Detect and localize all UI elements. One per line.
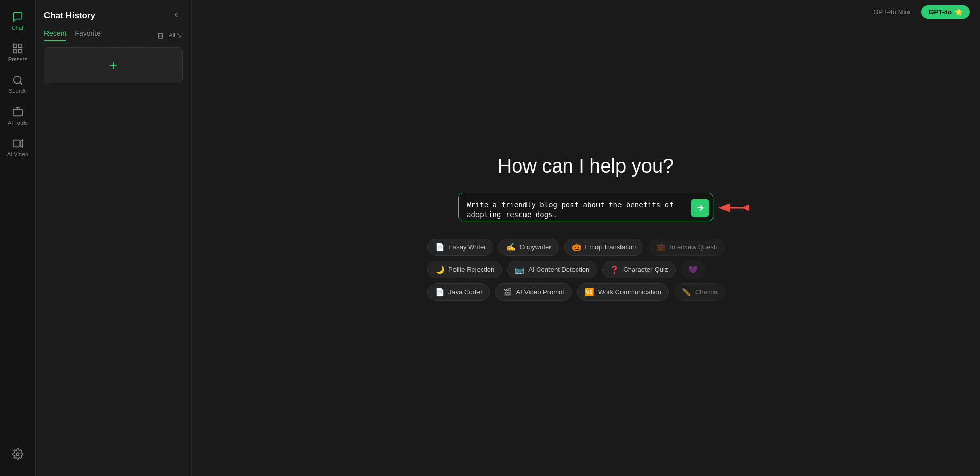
- essay-writer-icon: 📄: [435, 243, 445, 252]
- svg-rect-6: [13, 109, 22, 116]
- tab-recent[interactable]: Recent: [44, 29, 66, 41]
- svg-point-4: [13, 76, 21, 84]
- svg-marker-10: [177, 33, 182, 38]
- model-active-button[interactable]: GPT-4o ⭐: [921, 5, 970, 19]
- sidebar-title: Chat History: [44, 11, 95, 21]
- send-button[interactable]: [691, 199, 709, 217]
- sidebar: Chat History Recent Favorite All: [36, 0, 192, 476]
- nav-ai-video[interactable]: AI Video: [0, 132, 36, 163]
- character-quiz-icon: ❓: [610, 265, 619, 274]
- chip-extra-2[interactable]: 💜: [681, 261, 706, 278]
- interview-icon: 💼: [656, 243, 666, 252]
- emoji-translation-icon: 🎃: [572, 243, 582, 252]
- svg-rect-1: [18, 44, 21, 47]
- chip-chemis[interactable]: ✏️ Chemis: [674, 283, 725, 301]
- input-container: [458, 193, 713, 223]
- chip-ai-video-promot[interactable]: 🎬 AI Video Promot: [495, 283, 571, 301]
- work-comm-icon: 🆚: [585, 288, 594, 297]
- chip-essay-writer[interactable]: 📄 Essay Writer: [427, 239, 493, 256]
- chip-java-coder[interactable]: 📄 Java Coder: [427, 283, 490, 301]
- main-heading: How can I help you?: [498, 155, 674, 177]
- nav-presets[interactable]: Presets: [0, 37, 36, 68]
- all-filter-button[interactable]: All: [169, 32, 183, 39]
- chip-character-quiz[interactable]: ❓ Character-Quiz: [602, 261, 676, 278]
- extra-icon-2: 💜: [688, 265, 698, 274]
- chat-input[interactable]: [458, 193, 713, 221]
- chips-row-1: 📄 Essay Writer ✍️ Copywriter 🎃 Emoji Tra…: [427, 239, 744, 256]
- chip-polite-rejection[interactable]: 🌙 Polite Rejection: [427, 261, 502, 278]
- delete-button[interactable]: [157, 32, 164, 39]
- svg-point-9: [16, 453, 19, 456]
- chips-row-3: 📄 Java Coder 🎬 AI Video Promot 🆚 Work Co…: [427, 283, 744, 301]
- sidebar-tabs: Recent Favorite All: [36, 23, 191, 41]
- new-chat-button[interactable]: +: [44, 47, 183, 83]
- chips-row-2: 🌙 Polite Rejection 📺 AI Content Detectio…: [427, 261, 744, 278]
- main-content: GPT-4o Mini GPT-4o ⭐ How can I help you?: [192, 0, 980, 476]
- svg-rect-3: [18, 50, 21, 53]
- icon-nav: Chat Presets Search AI Tools AI Video: [0, 0, 36, 476]
- sidebar-header: Chat History: [36, 0, 191, 23]
- svg-marker-14: [742, 204, 749, 211]
- svg-rect-0: [13, 44, 16, 47]
- svg-line-5: [20, 82, 22, 84]
- sidebar-collapse-button[interactable]: [170, 8, 183, 23]
- svg-rect-2: [13, 50, 16, 53]
- java-coder-icon: 📄: [435, 288, 445, 297]
- chip-copywriter[interactable]: ✍️ Copywriter: [498, 239, 559, 256]
- polite-rejection-icon: 🌙: [435, 265, 445, 274]
- sidebar-actions: All: [157, 32, 183, 39]
- ai-video-icon: 🎬: [503, 288, 512, 297]
- topbar: GPT-4o Mini GPT-4o ⭐: [857, 0, 980, 24]
- nav-search[interactable]: Search: [0, 68, 36, 100]
- content-detection-icon: 📺: [515, 265, 524, 274]
- center-content: How can I help you?: [192, 0, 980, 476]
- chip-interview-quest[interactable]: 💼 Interview Questi: [649, 239, 725, 256]
- tab-favorite[interactable]: Favorite: [75, 29, 101, 41]
- svg-rect-7: [13, 140, 20, 147]
- copywriter-icon: ✍️: [506, 243, 516, 252]
- nav-ai-tools[interactable]: AI Tools: [0, 100, 36, 132]
- red-arrow-annotation: [713, 200, 749, 216]
- model-mini-button[interactable]: GPT-4o Mini: [867, 5, 916, 19]
- chips-area: 📄 Essay Writer ✍️ Copywriter 🎃 Emoji Tra…: [427, 239, 744, 301]
- chemis-icon: ✏️: [682, 288, 691, 297]
- chip-ai-content-detection[interactable]: 📺 AI Content Detection: [507, 261, 597, 278]
- chip-emoji-translation[interactable]: 🎃 Emoji Translation: [564, 239, 644, 256]
- nav-settings[interactable]: [0, 442, 36, 466]
- nav-chat[interactable]: Chat: [0, 5, 36, 37]
- chip-work-communication[interactable]: 🆚 Work Communication: [577, 283, 669, 301]
